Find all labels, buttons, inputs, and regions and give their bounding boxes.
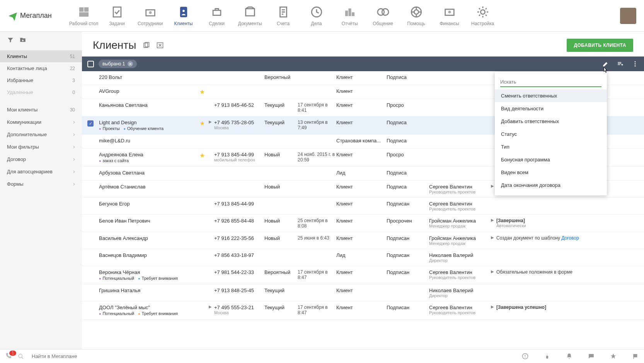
row-type: Клиент [336,74,387,80]
svg-point-28 [19,354,22,358]
edit-icon[interactable] [602,60,609,67]
nav-item-4[interactable]: Сделки [200,5,233,26]
sidebar-item-1-2[interactable]: Дополнительные [0,128,82,140]
table-row[interactable]: Вероника ЧёрнаяПотенциальныйТребует вним… [82,266,644,284]
row-contract: Подписан [387,305,429,310]
dropdown-item-2[interactable]: Добавить ответственных [495,115,607,128]
row-checkbox-cell [87,218,99,219]
filter-icon[interactable] [7,36,14,43]
global-search-input[interactable] [29,351,516,361]
row-expand[interactable]: ▶ [209,305,214,309]
excel-icon[interactable] [156,41,164,49]
bell-icon[interactable] [566,353,572,360]
sidebar-item-0-3[interactable]: Удаленные0 [0,86,82,98]
add-client-button[interactable]: ДОБАВИТЬ КЛИЕНТА [567,39,633,52]
nav-item-11[interactable]: Финансы [433,5,466,26]
row-name: Васнецов Владимир [99,252,199,258]
row-checkbox-cell [87,102,99,103]
sidebar-item-0-0[interactable]: Клиенты51 [0,50,82,62]
logo[interactable]: Мегаплан [8,11,52,21]
nav-item-9[interactable]: Общение [366,5,400,26]
phone-button[interactable]: 1 [5,352,12,360]
row-contract: Подписа [387,184,429,190]
nav-item-10[interactable]: Помощь [400,5,433,26]
row-note-marker: ▶ [491,269,496,274]
row-manager: Сергеев ВалентинРуководитель проектов [429,305,491,315]
row-date: 17 сентября в 8:47 [298,269,336,280]
row-tag: Требует внимания [138,311,178,316]
row-checkbox-cell [87,152,99,152]
sidebar-item-0-1[interactable]: Контактные лица22 [0,62,82,74]
alert-icon[interactable] [522,353,528,360]
svg-rect-14 [352,12,354,15]
nav-item-0[interactable]: Рабочий стол [67,5,101,26]
dropdown-item-0[interactable]: Сменить ответственных [495,89,607,102]
nav-item-2[interactable]: Сотрудники [134,5,167,26]
sidebar-item-1-3[interactable]: Мои фильтры [0,140,82,153]
nav-item-8[interactable]: Отчёты [333,5,366,26]
search-icon[interactable] [18,353,24,360]
edit-dropdown: Сменить ответственныхВид деятельностиДоб… [495,72,607,195]
nav-item-5[interactable]: Документы [233,5,267,26]
table-row[interactable]: Васнецов Владимир +7 856 433-18-97 Лид П… [82,249,644,266]
select-all-checkbox[interactable] [87,61,94,67]
dropdown-item-7[interactable]: Дата окончания договора [495,179,607,192]
row-note-marker: ▶ [491,305,496,309]
row-phone: +7 495 555-23-21Москва [214,305,264,315]
row-status: Новый [264,218,298,224]
nav-item-6[interactable]: Счета [267,5,300,26]
nav-icon-6 [277,5,290,19]
row-type: Клиент [336,88,387,94]
svg-rect-0 [79,7,83,11]
svg-point-20 [448,11,451,13]
table-row[interactable]: Бегунов Егор +7 913 845-44-99 Клиент Под… [82,198,644,215]
row-note-marker: ▶ [491,218,496,222]
row-contract: Просро [387,102,429,108]
dropdown-item-1[interactable]: Вид деятельности [495,102,607,115]
fire-icon[interactable] [544,353,550,360]
row-date: 17 сентября в 8:47 [298,305,336,315]
copy-icon[interactable] [142,41,150,49]
sidebar-item-1-5[interactable]: Для автосценариев [0,165,82,178]
bottom-bar: 1 [0,349,644,363]
dropdown-item-5[interactable]: Бонусная программа [495,153,607,166]
nav-item-12[interactable]: Настройка [466,5,499,26]
flag-icon[interactable] [632,353,639,360]
sidebar-item-0-2[interactable]: Избранные3 [0,74,82,86]
clear-selection-icon[interactable]: ✕ [128,61,133,67]
selection-chip: выбрано 1 ✕ [99,60,137,68]
row-star[interactable]: ★ [199,152,209,159]
sidebar-item-1-1[interactable]: Коммуникации [0,116,82,128]
row-expand[interactable]: ▶ [209,120,214,124]
dropdown-item-4[interactable]: Тип [495,140,607,153]
star-icon[interactable] [610,353,617,360]
add-folder-icon[interactable] [19,36,26,43]
sidebar-item-1-6[interactable]: Формы [0,178,82,190]
playlist-add-icon[interactable] [617,60,624,67]
table-row[interactable]: Гришина Наталья +7 913 848-25-45 Текущий… [82,284,644,301]
table-row[interactable]: ДООЛ "Зелёный мыс"ПотенциальныйТребует в… [82,301,644,320]
sidebar-item-1-0[interactable]: Мои клиенты30 [0,104,82,116]
table-body-wrapper: выбрано 1 ✕ Сменить ответственныхВид дея… [82,57,644,320]
nav-item-3[interactable]: Клиенты [167,5,200,26]
row-star[interactable]: ★ [199,120,209,127]
dropdown-item-3[interactable]: Статус [495,128,607,140]
row-name: 220 Вольт [99,74,199,80]
row-checkbox[interactable]: ✓ [87,120,94,127]
table-row[interactable]: Васильев Александр +7 916 222-35-56 Новы… [82,232,644,249]
more-vert-icon[interactable] [632,60,639,67]
dropdown-search-input[interactable] [500,77,601,87]
dropdown-item-6[interactable]: Виден всем [495,166,607,179]
table-row[interactable]: Белов Иван Петрович +7 926 855-84-48 Нов… [82,215,644,232]
sidebar-item-1-4[interactable]: Договор [0,153,82,165]
user-avatar[interactable] [620,8,636,24]
nav-item-7[interactable]: Дела [300,5,333,26]
nav-item-1[interactable]: Задачи [101,5,134,26]
row-phone: +7 926 855-84-48 [214,218,264,224]
nav-icon-3 [177,5,190,19]
nav-icon-1 [111,5,124,19]
row-star[interactable]: ★ [199,88,209,96]
chat-icon[interactable] [588,353,595,360]
row-type: Клиент [336,152,387,158]
svg-rect-9 [245,9,254,15]
